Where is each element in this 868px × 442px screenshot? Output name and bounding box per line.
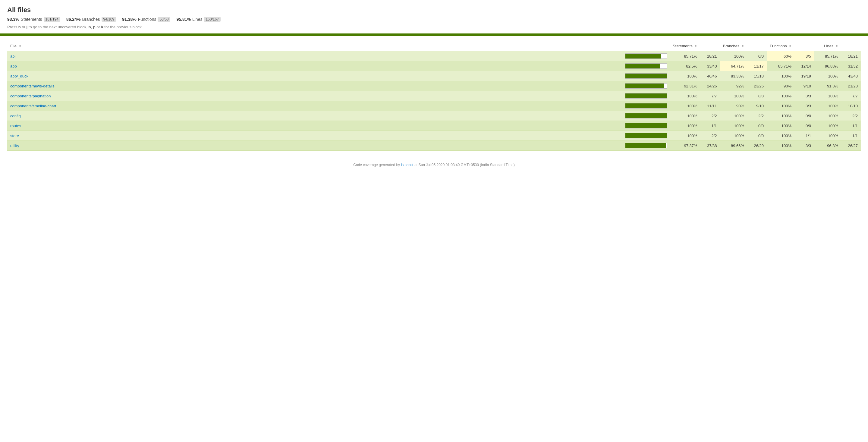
fn-pct-cell: 100% [767, 71, 795, 81]
br-pct-cell: 100% [720, 91, 747, 101]
file-link[interactable]: store [10, 134, 19, 138]
functions-badge: 53/58 [158, 17, 170, 22]
ln-frac-cell: 21/23 [841, 81, 861, 91]
stmt-frac-cell: 11/11 [700, 101, 720, 111]
ln-pct-cell: 85.71% [814, 51, 841, 61]
sort-icon-lines: ⇕ [835, 44, 838, 48]
br-frac-cell: 0/0 [747, 121, 767, 131]
file-link[interactable]: utility [10, 144, 19, 148]
lines-pct: 95.81% [176, 17, 190, 22]
file-cell: config [7, 111, 622, 121]
file-link[interactable]: api [10, 54, 16, 58]
progress-fill [625, 143, 666, 148]
progress-wrap [625, 103, 667, 109]
br-frac-cell: 23/25 [747, 81, 767, 91]
stmt-pct-cell: 85.71% [670, 51, 700, 61]
br-pct-cell: 64.71% [720, 61, 747, 71]
table-row: utility97.37%37/3889.66%26/29100%3/396.3… [7, 141, 861, 151]
file-cell: utility [7, 141, 622, 151]
br-frac-cell: 26/29 [747, 141, 767, 151]
ln-frac-cell: 43/43 [841, 71, 861, 81]
table-row: store100%2/2100%0/0100%1/1100%1/1 [7, 131, 861, 141]
fn-pct-cell: 90% [767, 81, 795, 91]
progress-wrap [625, 73, 667, 79]
fn-pct-cell: 100% [767, 101, 795, 111]
table-header-row: File ⇕ Statements ⇕ Branches ⇕ Functions… [7, 41, 861, 51]
table-row: components/news-details92.31%24/2692%23/… [7, 81, 861, 91]
table-row: components/pagination100%7/7100%8/8100%3… [7, 91, 861, 101]
col-header-branches[interactable]: Branches ⇕ [720, 41, 747, 51]
file-cell: components/pagination [7, 91, 622, 101]
col-header-functions[interactable]: Functions ⇕ [767, 41, 795, 51]
stmt-pct-cell: 100% [670, 101, 700, 111]
fn-pct-cell: 100% [767, 91, 795, 101]
fn-frac-cell: 9/10 [795, 81, 814, 91]
stmt-frac-cell: 46/46 [700, 71, 720, 81]
file-link[interactable]: config [10, 114, 21, 118]
fn-pct-cell: 60% [767, 51, 795, 61]
accent-bar [0, 33, 868, 36]
col-header-statements[interactable]: Statements ⇕ [670, 41, 700, 51]
progress-wrap [625, 133, 667, 138]
ln-frac-cell: 26/27 [841, 141, 861, 151]
statements-badge: 181/194 [44, 17, 60, 22]
footer: Code coverage generated by istanbul at S… [7, 163, 861, 167]
file-link[interactable]: components/timeline-chart [10, 104, 56, 108]
br-frac-cell: 8/8 [747, 91, 767, 101]
file-link[interactable]: components/news-details [10, 84, 55, 88]
ln-pct-cell: 96.88% [814, 61, 841, 71]
file-link[interactable]: routes [10, 124, 21, 128]
col-header-ln-frac [841, 41, 861, 51]
file-link[interactable]: app/_duck [10, 74, 28, 79]
ln-pct-cell: 100% [814, 111, 841, 121]
progress-fill [625, 133, 667, 138]
branches-summary: 86.24% Branches 94/109 [66, 17, 116, 22]
br-pct-cell: 90% [720, 101, 747, 111]
fn-frac-cell: 1/1 [795, 131, 814, 141]
stmt-pct-cell: 100% [670, 131, 700, 141]
functions-label: Functions [138, 17, 156, 22]
progress-fill [625, 123, 667, 128]
lines-badge: 160/167 [204, 17, 220, 22]
col-header-file[interactable]: File ⇕ [7, 41, 622, 51]
progress-fill [625, 73, 667, 79]
col-header-br-frac [747, 41, 767, 51]
br-pct-cell: 100% [720, 121, 747, 131]
fn-frac-cell: 0/0 [795, 111, 814, 121]
functions-pct: 91.38% [122, 17, 136, 22]
table-row: app/_duck100%46/4683.33%15/18100%19/1910… [7, 71, 861, 81]
stmt-frac-cell: 33/40 [700, 61, 720, 71]
progress-wrap [625, 143, 667, 148]
progress-fill [625, 54, 661, 58]
ln-frac-cell: 1/1 [841, 131, 861, 141]
fn-frac-cell: 0/0 [795, 121, 814, 131]
br-frac-cell: 0/0 [747, 131, 767, 141]
file-link[interactable]: components/pagination [10, 94, 51, 98]
functions-summary: 91.38% Functions 53/58 [122, 17, 170, 22]
lines-label: Lines [192, 17, 202, 22]
ln-frac-cell: 2/2 [841, 111, 861, 121]
progress-bar-cell [622, 121, 670, 131]
stmt-pct-cell: 100% [670, 111, 700, 121]
progress-fill [625, 64, 660, 68]
statements-label: Statements [21, 17, 42, 22]
progress-wrap [625, 53, 667, 59]
file-cell: app/_duck [7, 71, 622, 81]
progress-bar-cell [622, 61, 670, 71]
file-link[interactable]: app [10, 64, 17, 68]
stmt-pct-cell: 82.5% [670, 61, 700, 71]
footer-text-after: at Sun Jul 05 2020 01:03:40 GMT+0530 (In… [413, 163, 515, 167]
br-pct-cell: 100% [720, 131, 747, 141]
col-header-lines[interactable]: Lines ⇕ [814, 41, 841, 51]
file-cell: app [7, 61, 622, 71]
stmt-frac-cell: 7/7 [700, 91, 720, 101]
stmt-frac-cell: 37/38 [700, 141, 720, 151]
footer-istanbul-link[interactable]: istanbul [401, 163, 413, 167]
br-pct-cell: 100% [720, 51, 747, 61]
progress-bar-cell [622, 111, 670, 121]
stmt-frac-cell: 1/1 [700, 121, 720, 131]
fn-frac-cell: 3/3 [795, 101, 814, 111]
progress-fill [625, 113, 667, 118]
summary-bar: 93.3% Statements 181/194 86.24% Branches… [7, 17, 861, 22]
file-cell: api [7, 51, 622, 61]
